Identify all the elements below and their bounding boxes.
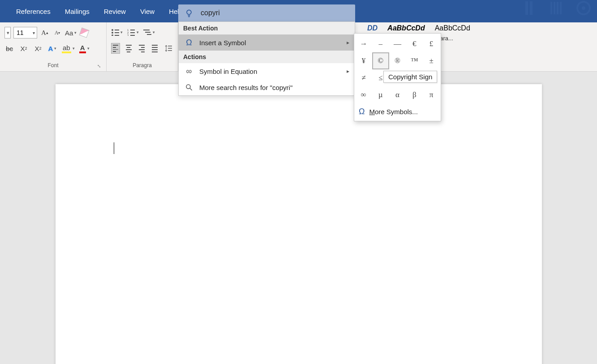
chevron-down-icon: ▾ — [30, 30, 37, 35]
highlight-button[interactable]: ab▾ — [62, 43, 75, 54]
multilevel-list-button[interactable]: ▾ — [143, 27, 155, 38]
symbol-cell[interactable]: β — [406, 86, 423, 103]
strikethrough-button[interactable]: bc — [4, 43, 14, 54]
font-size-value: 11 — [14, 29, 24, 36]
symbol-cell[interactable]: α — [389, 86, 406, 103]
style-preview: AaBbCcDd — [435, 24, 470, 32]
search-icon — [183, 83, 195, 91]
titlebar: References Mailings Review View Help — [0, 0, 597, 22]
symbol-cell[interactable]: € — [406, 35, 423, 52]
tab-mailings[interactable]: Mailings — [58, 5, 97, 18]
tab-review[interactable]: Review — [97, 5, 133, 18]
item-label: More search results for "copyri" — [199, 84, 292, 91]
font-size-combo[interactable]: 11 ▾ — [13, 27, 37, 39]
more-symbols-item[interactable]: Ω More Symbols... — [355, 103, 440, 119]
paragraph-group-label: Paragra — [111, 62, 173, 70]
superscript-button[interactable]: X2 — [33, 43, 43, 54]
bullets-button[interactable]: ▾ — [111, 27, 123, 38]
svg-rect-5 — [550, 2, 552, 14]
tooltip: Copyright Sign — [383, 71, 437, 83]
line-spacing-button[interactable] — [163, 43, 173, 54]
symbol-cell[interactable]: → — [355, 35, 372, 52]
symbol-cell[interactable]: – — [372, 35, 389, 52]
document-area — [0, 72, 597, 364]
infinity-icon: ∞ — [183, 67, 195, 76]
more-symbols-label: More Symbols... — [369, 108, 417, 116]
text-effects-button[interactable]: A▾ — [47, 43, 57, 54]
actions-header: Actions — [179, 51, 355, 63]
svg-rect-24 — [145, 32, 150, 33]
svg-text:3: 3 — [127, 34, 129, 36]
subscript-button[interactable]: X2 — [19, 43, 29, 54]
symbol-in-equation-item[interactable]: ∞ Symbol in Equation ▸ — [179, 63, 355, 79]
omega-icon: Ω — [183, 38, 195, 47]
svg-rect-16 — [115, 35, 119, 36]
shrink-font-button[interactable]: A▾ — [52, 27, 62, 38]
symbol-cell[interactable]: ≠ — [355, 69, 372, 86]
tab-references[interactable]: References — [9, 5, 58, 18]
svg-point-11 — [112, 29, 113, 31]
omega-icon: Ω — [359, 107, 365, 116]
submenu-arrow-icon: ▸ — [347, 68, 349, 74]
symbol-cell[interactable]: ± — [423, 52, 440, 69]
symbol-cell[interactable]: ® — [389, 52, 406, 69]
svg-rect-20 — [130, 32, 135, 33]
numbering-button[interactable]: 123▾ — [127, 27, 139, 38]
symbol-cell[interactable]: π — [423, 86, 440, 103]
paragraph-group: ▾ 123▾ ▾ Paragra — [107, 22, 178, 71]
clear-formatting-button[interactable] — [79, 27, 89, 38]
deco-icon — [521, 0, 539, 17]
svg-rect-7 — [557, 2, 558, 14]
tab-view[interactable]: View — [133, 5, 162, 18]
svg-rect-18 — [130, 30, 135, 30]
svg-rect-22 — [130, 35, 135, 36]
tell-me-dropdown: Best Action Ω Insert a Symbol ▸ Actions … — [178, 21, 355, 96]
symbol-grid: →–—€£¥©®™±≠≤≥÷×∞µαβπ — [355, 35, 440, 103]
grow-font-button[interactable]: A▴ — [40, 27, 50, 38]
item-label: Symbol in Equation — [199, 68, 257, 75]
symbol-cell[interactable]: ™ — [406, 52, 423, 69]
svg-point-30 — [186, 85, 190, 89]
svg-point-13 — [112, 32, 113, 34]
ribbon-tabs: References Mailings Review View Help — [0, 5, 190, 18]
tell-me-search[interactable] — [178, 4, 355, 21]
symbol-cell[interactable]: © — [372, 52, 389, 69]
style-preview: DD — [367, 24, 378, 32]
font-color-button[interactable]: A▾ — [79, 43, 90, 54]
svg-point-15 — [112, 34, 113, 36]
font-group: ▾ 11 ▾ A▴ A▾ Aa▾ bc X2 X2 A▾ ab▾ A▾ Font — [0, 22, 107, 71]
item-label: Insert a Symbol — [199, 39, 246, 47]
align-left-button[interactable] — [111, 43, 120, 54]
text-cursor — [114, 142, 114, 154]
svg-rect-8 — [560, 2, 562, 14]
svg-rect-23 — [143, 30, 150, 30]
svg-point-10 — [582, 6, 585, 10]
symbol-cell[interactable]: ¥ — [355, 52, 372, 69]
page[interactable] — [56, 84, 542, 364]
align-justify-button[interactable] — [150, 43, 159, 54]
best-action-header: Best Action — [179, 22, 355, 34]
svg-rect-14 — [115, 32, 119, 33]
tell-me-input[interactable] — [201, 9, 335, 17]
align-center-button[interactable] — [125, 43, 133, 54]
more-results-item[interactable]: More search results for "copyri" — [179, 79, 355, 95]
svg-rect-3 — [525, 1, 528, 15]
font-name-combo[interactable]: ▾ — [4, 27, 11, 39]
dialog-launcher-icon[interactable]: ⤡ — [97, 64, 101, 69]
svg-rect-12 — [115, 30, 119, 30]
symbol-cell[interactable]: — — [389, 35, 406, 52]
titlebar-decorations — [521, 0, 593, 17]
insert-symbol-item[interactable]: Ω Insert a Symbol ▸ — [179, 34, 355, 51]
svg-rect-6 — [554, 2, 555, 14]
svg-rect-28 — [168, 48, 172, 49]
font-group-label: Font ⤡ — [4, 62, 102, 70]
deco-icon — [548, 0, 566, 17]
symbol-cell[interactable]: µ — [372, 86, 389, 103]
align-right-button[interactable] — [137, 43, 146, 54]
symbol-cell[interactable]: ∞ — [355, 86, 372, 103]
svg-line-31 — [190, 88, 192, 90]
symbol-cell[interactable]: £ — [423, 35, 440, 52]
submenu-arrow-icon: ▸ — [347, 39, 349, 46]
style-preview: AaBbCcDd — [387, 24, 425, 32]
change-case-button[interactable]: Aa▾ — [65, 27, 77, 38]
